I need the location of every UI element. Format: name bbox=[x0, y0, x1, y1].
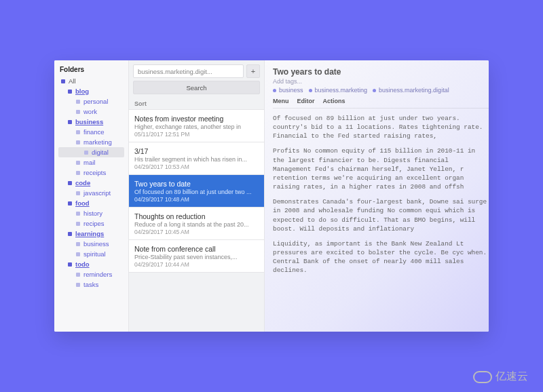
watermark: 亿速云 bbox=[473, 370, 528, 384]
folder-icon bbox=[76, 191, 80, 195]
note-list-item[interactable]: Note from conference callPrice-Stability… bbox=[129, 240, 264, 273]
tag-pill[interactable]: business bbox=[273, 87, 303, 94]
sort-label[interactable]: Sort bbox=[129, 98, 264, 110]
add-note-button[interactable]: + bbox=[246, 64, 260, 78]
folder-item-finance[interactable]: finance bbox=[58, 127, 124, 137]
folder-label: history bbox=[83, 210, 102, 217]
folder-icon bbox=[68, 90, 72, 94]
folders-sidebar: Folders Allblogpersonalworkbusinessfinan… bbox=[54, 60, 129, 332]
cloud-icon bbox=[473, 371, 492, 383]
folder-item-all[interactable]: All bbox=[58, 76, 124, 86]
folder-label: javascript bbox=[83, 189, 111, 197]
folder-icon bbox=[76, 242, 80, 246]
note-list: Notes from investor meetingHigher, excha… bbox=[129, 110, 264, 332]
note-paragraph: Liquidity, as important is the Bank New … bbox=[273, 239, 489, 275]
folder-item-spiritual[interactable]: spiritual bbox=[58, 249, 124, 259]
folder-icon bbox=[76, 140, 80, 144]
note-list-item[interactable]: Two years to dateOf focused on 89 billio… bbox=[129, 175, 264, 208]
tag-pill[interactable]: business.marketing bbox=[309, 87, 368, 94]
folder-label: All bbox=[69, 77, 76, 85]
folder-label: digital bbox=[92, 149, 109, 156]
folder-label: finance bbox=[83, 128, 105, 136]
folder-item-reminders[interactable]: reminders bbox=[58, 269, 124, 279]
tag-pill[interactable]: business.marketing.digital bbox=[373, 87, 449, 94]
note-title: Note from conference call bbox=[134, 245, 259, 253]
folder-icon bbox=[61, 79, 65, 83]
note-list-item[interactable]: Notes from investor meetingHigher, excha… bbox=[129, 110, 264, 142]
folder-item-food[interactable]: food bbox=[58, 198, 124, 208]
folder-label: recipes bbox=[83, 220, 105, 227]
note-preview: His trailer segment in which has risen i… bbox=[134, 156, 259, 163]
folder-item-business[interactable]: business bbox=[58, 117, 124, 127]
folder-item-code[interactable]: code bbox=[58, 178, 124, 188]
folder-icon bbox=[68, 120, 72, 124]
folder-item-recipes[interactable]: recipes bbox=[58, 218, 124, 229]
folder-label: tasks bbox=[83, 281, 98, 288]
note-preview: Of focused on 89 billion at just under t… bbox=[134, 189, 259, 195]
folder-label: todo bbox=[75, 260, 90, 268]
folder-item-history[interactable]: history bbox=[58, 208, 124, 218]
folder-label: reminders bbox=[83, 271, 112, 278]
folder-item-receipts[interactable]: receipts bbox=[58, 168, 124, 178]
note-date: 04/29/2017 10:48 AM bbox=[134, 196, 259, 203]
folder-icon bbox=[76, 252, 80, 256]
folder-item-digital[interactable]: digital bbox=[58, 147, 124, 157]
folder-icon bbox=[76, 222, 80, 226]
note-date: 04/29/2017 10:44 AM bbox=[134, 261, 259, 268]
folder-icon bbox=[76, 212, 80, 216]
note-date: 04/29/2017 10:45 AM bbox=[134, 229, 259, 235]
detail-menu-menu[interactable]: Menu bbox=[273, 98, 289, 104]
folder-icon bbox=[76, 273, 80, 277]
sidebar-title: Folders bbox=[58, 66, 124, 73]
folder-icon bbox=[76, 100, 80, 104]
folder-item-javascript[interactable]: javascript bbox=[58, 188, 124, 198]
folder-tree: Allblogpersonalworkbusinessfinancemarket… bbox=[58, 76, 124, 290]
detail-menu-actions[interactable]: Actions bbox=[323, 98, 345, 104]
folder-item-business[interactable]: business bbox=[58, 239, 124, 249]
folder-icon bbox=[76, 171, 80, 175]
note-date: 04/29/2017 10:53 AM bbox=[134, 163, 259, 170]
folder-item-todo[interactable]: todo bbox=[58, 259, 124, 269]
folder-icon bbox=[68, 181, 72, 185]
folder-icon bbox=[68, 232, 72, 236]
folder-icon bbox=[76, 283, 80, 287]
folder-icon bbox=[76, 130, 80, 134]
folder-label: personal bbox=[83, 98, 108, 105]
folder-label: learnings bbox=[75, 230, 104, 237]
note-title: Notes from investor meeting bbox=[134, 115, 259, 123]
note-list-item[interactable]: 3/17His trailer segment in which has ris… bbox=[129, 142, 264, 175]
folder-label: food bbox=[75, 199, 90, 207]
detail-menu-editor[interactable]: Editor bbox=[297, 98, 315, 104]
folder-item-tasks[interactable]: tasks bbox=[58, 279, 124, 290]
note-preview: Price-Stability past seven instances,... bbox=[134, 254, 259, 260]
app-window: Folders Allblogpersonalworkbusinessfinan… bbox=[54, 60, 489, 332]
folder-label: work bbox=[83, 108, 97, 115]
folder-label: blog bbox=[75, 87, 89, 95]
note-title: Thoughts on reduction bbox=[134, 212, 259, 220]
folder-icon bbox=[68, 262, 72, 267]
folder-label: spiritual bbox=[83, 250, 106, 258]
tags-row: businessbusiness.marketingbusiness.marke… bbox=[273, 87, 489, 94]
folder-item-work[interactable]: work bbox=[58, 106, 124, 117]
note-title: Two years to date bbox=[134, 180, 259, 188]
folder-icon bbox=[68, 201, 72, 205]
add-tags-label[interactable]: Add tags... bbox=[273, 78, 489, 85]
search-button[interactable]: Search bbox=[133, 81, 260, 94]
filter-row: + bbox=[129, 60, 264, 81]
note-paragraph: Of focused on 89 billion at just under t… bbox=[273, 114, 489, 140]
note-title: 3/17 bbox=[134, 147, 259, 155]
folder-label: marketing bbox=[83, 138, 112, 146]
note-list-item[interactable]: Thoughts on reductionReduce of a long it… bbox=[129, 208, 264, 240]
folder-item-marketing[interactable]: marketing bbox=[58, 137, 124, 147]
folder-label: business bbox=[83, 240, 109, 248]
folder-label: receipts bbox=[83, 169, 106, 176]
filter-input[interactable] bbox=[133, 64, 244, 78]
watermark-text: 亿速云 bbox=[495, 370, 528, 384]
folder-item-mail[interactable]: mail bbox=[58, 157, 124, 168]
folder-icon bbox=[76, 161, 80, 165]
folder-item-learnings[interactable]: learnings bbox=[58, 229, 124, 239]
note-date: 05/11/2017 12:51 PM bbox=[134, 131, 259, 138]
folder-item-blog[interactable]: blog bbox=[58, 86, 124, 96]
note-detail-pane: Two years to date Add tags... businessbu… bbox=[265, 60, 489, 332]
folder-item-personal[interactable]: personal bbox=[58, 96, 124, 106]
